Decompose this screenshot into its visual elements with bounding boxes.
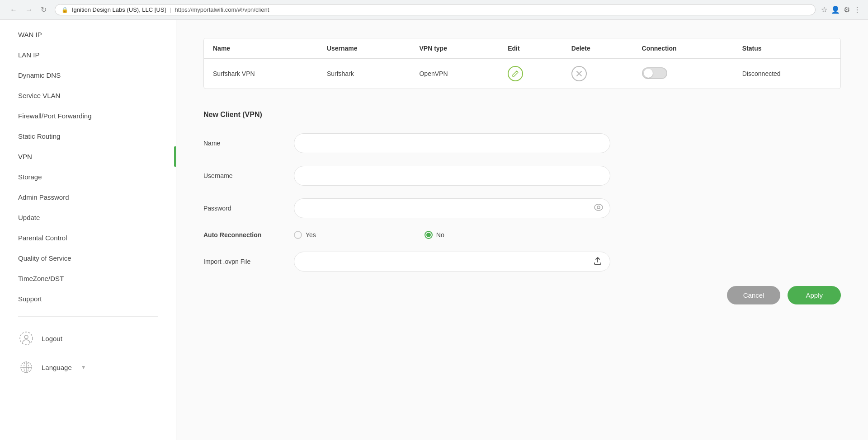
sidebar-item-logout[interactable]: Logout — [0, 324, 176, 353]
form-actions: Cancel Apply — [203, 286, 841, 304]
file-upload-wrapper — [294, 252, 610, 271]
connection-toggle[interactable] — [642, 67, 667, 79]
delete-vpn-button[interactable] — [571, 66, 587, 81]
apply-button[interactable]: Apply — [788, 286, 841, 304]
vpn-table: Name Username VPN type Edit Delete Conne… — [204, 38, 840, 89]
vpn-username-cell: Surfshark — [318, 59, 410, 89]
col-edit: Edit — [499, 38, 562, 59]
sidebar-item-dynamic-dns[interactable]: Dynamic DNS — [0, 65, 176, 85]
app-container: WAN IP LAN IP Dynamic DNS Service VLAN F… — [0, 20, 868, 440]
vpn-delete-cell — [562, 59, 633, 89]
sidebar-item-wan-ip[interactable]: WAN IP — [0, 24, 176, 45]
sidebar-item-quality-of-service[interactable]: Quality of Service — [0, 248, 176, 268]
menu-button[interactable]: ⋮ — [854, 5, 861, 14]
sidebar-item-storage[interactable]: Storage — [0, 167, 176, 187]
forward-button[interactable]: → — [23, 5, 35, 15]
radio-no-label: No — [436, 231, 444, 239]
vpn-status-cell: Disconnected — [733, 59, 840, 89]
main-content: Name Username VPN type Edit Delete Conne… — [176, 20, 868, 440]
language-chevron-icon: ▼ — [81, 364, 86, 370]
vpn-table-wrapper: Name Username VPN type Edit Delete Conne… — [203, 38, 841, 89]
sidebar-item-parental-control[interactable]: Parental Control — [0, 228, 176, 248]
svg-point-0 — [20, 332, 33, 345]
name-input[interactable] — [294, 133, 610, 153]
language-label: Language — [42, 364, 72, 371]
sidebar-item-static-routing[interactable]: Static Routing — [0, 126, 176, 146]
sidebar-item-lan-ip[interactable]: LAN IP — [0, 45, 176, 65]
vpn-edit-cell — [499, 59, 562, 89]
name-label: Name — [203, 140, 294, 147]
extension-button[interactable]: ⚙ — [844, 5, 850, 14]
username-row: Username — [203, 166, 841, 186]
back-button[interactable]: ← — [7, 5, 20, 15]
col-delete: Delete — [562, 38, 633, 59]
sidebar-item-service-vlan[interactable]: Service VLAN — [0, 85, 176, 106]
import-label: Import .ovpn File — [203, 258, 294, 265]
cancel-button[interactable]: Cancel — [727, 286, 781, 304]
file-upload-area[interactable] — [294, 252, 610, 271]
browser-chrome: ← → ↻ 🔒 Ignition Design Labs (US), LLC [… — [0, 0, 868, 20]
sidebar-item-firewall[interactable]: Firewall/Port Forwarding — [0, 106, 176, 126]
sidebar-divider — [18, 316, 158, 317]
url-separator: | — [170, 6, 171, 13]
sidebar-item-admin-password[interactable]: Admin Password — [0, 187, 176, 207]
sidebar-item-language[interactable]: Language ▼ — [0, 353, 176, 382]
auto-reconnect-row: Auto Reconnection Yes No — [203, 231, 841, 239]
svg-point-1 — [24, 335, 28, 339]
upload-icon — [593, 256, 603, 268]
profile-button[interactable]: 👤 — [831, 5, 840, 14]
globe-icon — [18, 359, 34, 375]
sidebar-item-vpn[interactable]: VPN — [0, 146, 176, 167]
vpn-name-cell: Surfshark VPN — [204, 59, 318, 89]
vpn-type-cell: OpenVPN — [410, 59, 499, 89]
username-label: Username — [203, 172, 294, 179]
auto-reconnect-yes-option[interactable]: Yes — [294, 231, 316, 239]
svg-point-8 — [594, 204, 603, 211]
refresh-button[interactable]: ↻ — [38, 5, 49, 15]
col-status: Status — [733, 38, 840, 59]
browser-actions: ☆ 👤 ⚙ ⋮ — [821, 5, 861, 14]
site-name: Ignition Design Labs (US), LLC [US] — [72, 6, 166, 13]
table-row: Surfshark VPN Surfshark OpenVPN — [204, 59, 840, 89]
vpn-connection-cell — [633, 59, 733, 89]
sidebar-item-update[interactable]: Update — [0, 207, 176, 228]
password-row: Password — [203, 198, 841, 218]
bookmark-button[interactable]: ☆ — [821, 5, 827, 14]
logout-label: Logout — [42, 335, 62, 342]
address-bar[interactable]: 🔒 Ignition Design Labs (US), LLC [US] | … — [55, 4, 816, 15]
new-client-form: New Client (VPN) Name Username Password — [203, 111, 841, 304]
form-title: New Client (VPN) — [203, 111, 841, 119]
col-name: Name — [204, 38, 318, 59]
show-password-icon[interactable] — [594, 204, 603, 213]
col-vpn-type: VPN type — [410, 38, 499, 59]
col-username: Username — [318, 38, 410, 59]
sidebar-item-support[interactable]: Support — [0, 289, 176, 309]
edit-vpn-button[interactable] — [508, 66, 523, 81]
import-row: Import .ovpn File — [203, 252, 841, 271]
auto-reconnect-label: Auto Reconnection — [203, 231, 294, 239]
svg-point-9 — [597, 206, 600, 209]
auto-reconnect-options: Yes No — [294, 231, 444, 239]
password-wrapper — [294, 198, 610, 218]
col-connection: Connection — [633, 38, 733, 59]
password-input[interactable] — [294, 198, 610, 218]
auto-reconnect-no-option[interactable]: No — [425, 231, 444, 239]
logout-icon — [18, 330, 34, 346]
table-header-row: Name Username VPN type Edit Delete Conne… — [204, 38, 840, 59]
username-input[interactable] — [294, 166, 610, 186]
sidebar: WAN IP LAN IP Dynamic DNS Service VLAN F… — [0, 20, 176, 440]
sidebar-item-timezone-dst[interactable]: TimeZone/DST — [0, 268, 176, 289]
nav-buttons: ← → ↻ — [7, 5, 49, 15]
radio-yes-circle[interactable] — [294, 231, 302, 239]
password-label: Password — [203, 205, 294, 212]
lock-icon: 🔒 — [61, 7, 68, 13]
url-display: https://myportalwifi.com/#!/vpn/client — [175, 6, 269, 13]
radio-yes-label: Yes — [306, 231, 316, 239]
radio-no-circle[interactable] — [425, 231, 433, 239]
name-row: Name — [203, 133, 841, 153]
